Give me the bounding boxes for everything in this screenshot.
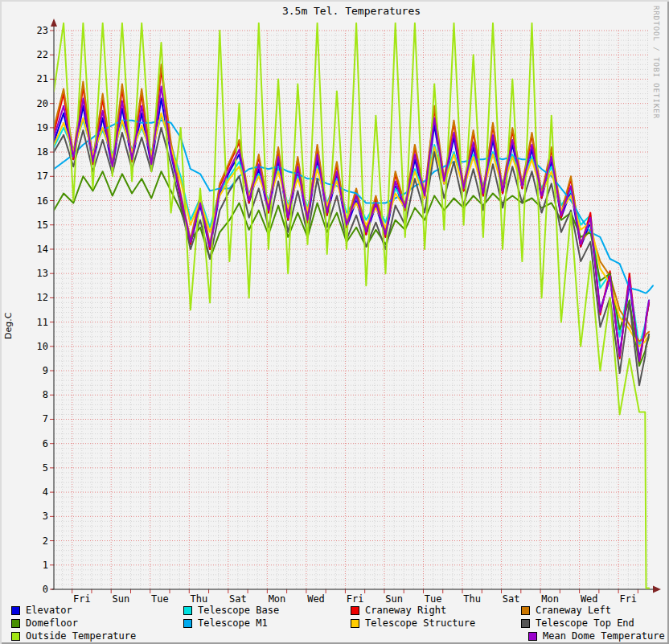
x-tick-label: Fri (347, 593, 364, 605)
legend-item-craneway-left: Craneway Left (521, 605, 611, 616)
x-tick-label: Sun (385, 593, 403, 605)
legend-item-telescope-structure: Telescope Structure (351, 617, 475, 629)
legend-item-craneway-right: Craneway Right (351, 605, 446, 616)
legend-label: Mean Dome Temperature (543, 630, 665, 642)
x-tick-label: Thu (463, 593, 481, 605)
y-tick-label: 5 (43, 462, 48, 474)
legend-label: Telescope Base (198, 605, 279, 616)
mean-dome-temperature-swatch-icon (528, 632, 537, 641)
x-tick-label: Fri (73, 593, 91, 605)
legend-label: Telescope Structure (365, 617, 475, 629)
y-tick-label: 18 (37, 146, 48, 158)
craneway-right-swatch-icon (351, 606, 359, 615)
rrdtool-graph: 3.5m Tel. Temperatures Deg.C RRDTOOL / T… (0, 0, 669, 644)
legend-item-elevator: Elevator (11, 605, 72, 616)
y-tick-label: 6 (43, 438, 48, 449)
legend-item-telescope-base: Telescope Base (183, 605, 279, 616)
y-tick-label: 17 (37, 170, 48, 182)
telescope-top-end-swatch-icon (521, 619, 530, 628)
x-tick-label: Wed (581, 593, 598, 605)
y-tick-label: 3 (43, 511, 48, 522)
legend-label: Telescope M1 (198, 617, 268, 629)
legend-item-telescope-m1: Telescope M1 (183, 617, 268, 629)
x-tick-label: Mon (269, 593, 286, 605)
craneway-left-swatch-icon (521, 606, 530, 615)
x-tick-label: Sat (503, 593, 520, 605)
telescope-base-swatch-icon (183, 606, 192, 615)
y-tick-label: 11 (37, 317, 48, 328)
legend-item-domefloor: Domefloor (11, 617, 78, 629)
legend-label: Domefloor (26, 617, 78, 629)
elevator-swatch-icon (11, 606, 20, 615)
domefloor-swatch-icon (11, 619, 20, 628)
y-tick-label: 14 (37, 244, 48, 255)
legend-label: Craneway Right (365, 605, 446, 616)
y-tick-label: 12 (37, 292, 48, 303)
y-tick-label: 7 (43, 413, 48, 425)
y-tick-label: 10 (37, 341, 48, 352)
x-tick-label: Tue (425, 593, 442, 605)
y-tick-label: 8 (43, 389, 48, 400)
y-tick-label: 2 (43, 535, 48, 547)
x-tick-label: Mon (541, 593, 559, 605)
outside-temperature-swatch-icon (11, 632, 20, 641)
x-tick-label: Thu (191, 593, 208, 605)
y-tick-label: 21 (37, 73, 48, 84)
legend-item-outside-temperature: Outside Temperature (11, 630, 136, 642)
y-tick-label: 20 (37, 98, 48, 109)
y-tick-label: 1 (43, 560, 48, 571)
y-tick-label: 15 (37, 219, 48, 231)
chart-canvas: 01234567891011121314151617181920212223Fr… (0, 0, 669, 644)
legend-item-mean-dome-temperature: Mean Dome Temperature (528, 630, 665, 642)
y-axis-arrow (51, 18, 57, 27)
telescope-m1-swatch-icon (183, 619, 192, 628)
y-tick-label: 16 (37, 195, 48, 207)
x-tick-label: Sat (229, 593, 247, 605)
x-tick-label: Tue (151, 593, 169, 605)
legend-label: Telescope Top End (536, 617, 634, 629)
legend-label: Craneway Left (536, 605, 611, 616)
telescope-structure-swatch-icon (351, 619, 359, 628)
y-tick-label: 0 (43, 584, 48, 595)
legend-label: Outside Temperature (26, 630, 136, 642)
x-tick-label: Wed (307, 593, 325, 605)
y-tick-label: 9 (43, 365, 48, 376)
legend-item-telescope-top-end: Telescope Top End (521, 617, 634, 629)
y-tick-label: 4 (43, 486, 48, 498)
x-tick-label: Sun (113, 593, 130, 605)
y-tick-label: 19 (37, 122, 48, 133)
y-tick-label: 22 (37, 49, 48, 60)
y-tick-label: 13 (37, 268, 48, 279)
x-tick-label: Fri (619, 593, 637, 605)
x-axis-arrow (653, 586, 661, 593)
legend-label: Elevator (26, 605, 72, 616)
y-tick-label: 23 (37, 25, 48, 36)
